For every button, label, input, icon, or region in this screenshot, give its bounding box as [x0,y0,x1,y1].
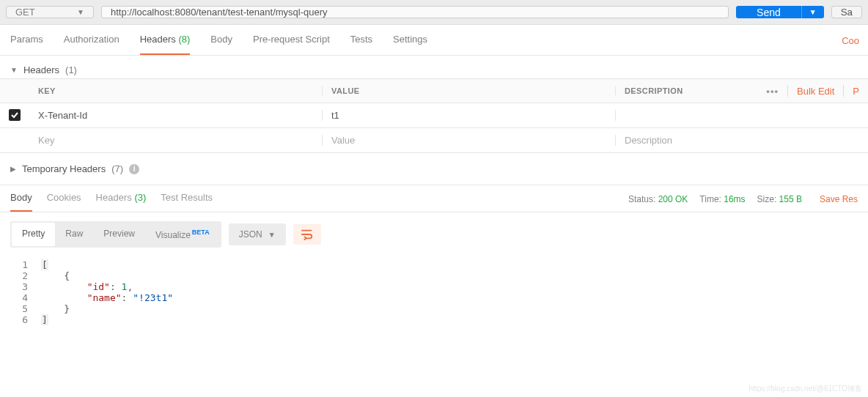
col-key: KEY [29,86,323,95]
more-menu-icon[interactable]: ••• [766,86,779,97]
chevron-down-icon: ▼ [268,231,276,239]
info-icon[interactable]: i [129,164,139,174]
resp-tab-body[interactable]: Body [10,192,32,212]
tab-settings[interactable]: Settings [393,34,427,55]
response-body[interactable]: 1[ 2 { 3 "id": 1, 4 "name": "!23t1" 5 } … [0,256,868,340]
format-preview[interactable]: Preview [93,223,145,246]
chevron-down-icon: ▼ [809,8,817,16]
table-row[interactable]: X-Tenant-Id t1 [0,103,868,128]
http-method-value: GET [15,7,35,18]
format-segment: Pretty Raw Preview VisualizeBETA [10,221,221,248]
col-value: VALUE [323,86,616,95]
persist-link[interactable]: P [853,86,859,97]
header-key-cell[interactable]: X-Tenant-Id [29,110,323,121]
table-row-empty[interactable]: Key Value Description [0,128,868,153]
save-button[interactable]: Sa [831,6,862,18]
header-value-cell[interactable]: t1 [323,110,616,121]
status-label: Status: 200 OK [628,194,688,204]
chevron-down-icon: ▼ [77,8,84,16]
chevron-right-icon: ▶ [10,165,16,173]
bulk-edit-link[interactable]: Bulk Edit [797,86,834,97]
size-label: Size: 155 B [757,194,802,204]
headers-toggle[interactable]: ▼ Headers (1) [10,64,858,75]
save-response-link[interactable]: Save Res [820,194,858,204]
chevron-down-icon: ▼ [10,66,18,74]
resp-tab-headers[interactable]: Headers (3) [96,192,147,212]
format-visualize[interactable]: VisualizeBETA [145,223,220,246]
format-raw[interactable]: Raw [55,223,93,246]
wrap-icon [301,229,314,240]
body-type-dropdown[interactable]: JSON ▼ [229,223,286,245]
col-description: DESCRIPTION [616,86,766,95]
cookies-link[interactable]: Coo [842,35,859,55]
resp-tab-cookies[interactable]: Cookies [47,192,81,212]
tab-params[interactable]: Params [10,34,43,55]
time-label: Time: 16ms [699,194,745,204]
tab-headers[interactable]: Headers (8) [140,34,191,55]
send-dropdown[interactable]: ▼ [801,6,824,18]
checkbox-checked[interactable] [9,109,21,121]
http-method-dropdown[interactable]: GET ▼ [6,6,94,18]
wrap-lines-button[interactable] [293,224,321,245]
tab-tests[interactable]: Tests [350,34,372,55]
resp-tab-tests[interactable]: Test Results [161,192,213,212]
format-pretty[interactable]: Pretty [12,223,55,246]
tab-body[interactable]: Body [210,34,232,55]
tab-authorization[interactable]: Authorization [64,34,119,55]
tab-prerequest[interactable]: Pre-request Script [253,34,330,55]
url-input[interactable] [101,6,729,18]
send-button[interactable]: Send [736,6,801,18]
check-icon [10,111,19,119]
temp-headers-toggle[interactable]: ▶ Temporary Headers (7) i [0,153,868,185]
